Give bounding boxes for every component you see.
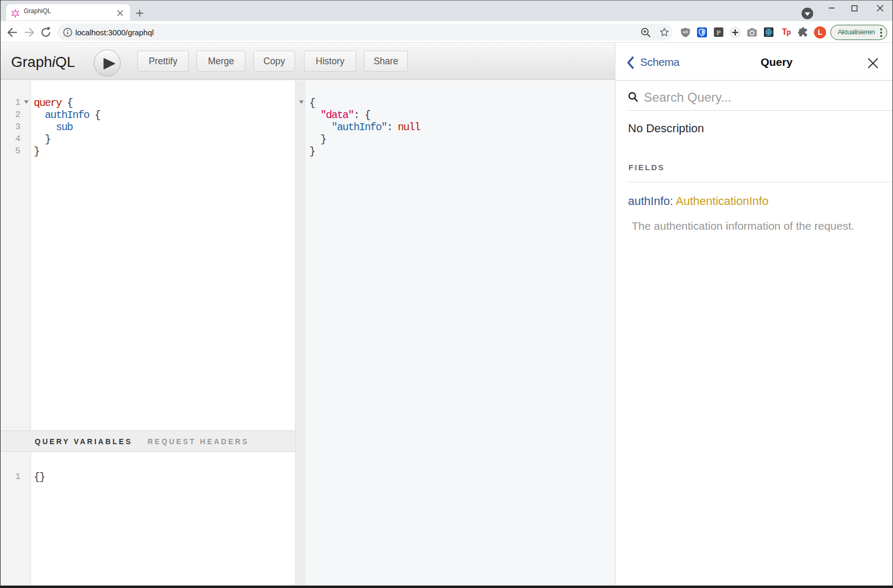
svg-text:P: P [717, 28, 721, 36]
svg-text:uO: uO [683, 30, 688, 34]
